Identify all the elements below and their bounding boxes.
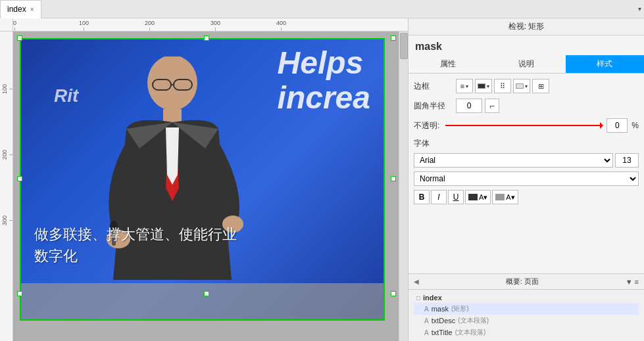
opacity-label: 不透明: [414,120,441,131]
handle-tr[interactable] [391,35,396,41]
handle-mr[interactable] [391,176,396,181]
border-style-btn[interactable]: ≡ [456,79,473,93]
italic-btn[interactable]: I [431,190,447,204]
ruler-tick-100: 100 [79,20,89,31]
svg-point-0 [147,57,197,110]
handle-tl[interactable] [17,35,22,41]
font-family-select[interactable]: Arial [414,153,613,168]
handle-tm[interactable] [204,35,209,41]
tree-area: □ index A mask (矩形) A txtDesc (文本段落) A [409,290,644,341]
font-row: 字体 [414,138,639,149]
right-panel: 检视: 矩形 mask 属性 说明 样式 边框 ≡ ⠿ [408,18,644,341]
ruler-tick-300: 300 [211,20,220,31]
tab-description[interactable]: 说明 [487,55,565,73]
canvas-with-ruler: 100 200 300 [0,32,408,341]
tree-sublabel-txtdesc: (文本段落) [458,316,489,325]
font-style-row: Normal [414,171,639,186]
border-fill-btn[interactable] [513,79,530,93]
main-area: 0 100 200 300 400 [0,18,644,341]
tree-txtdesc-icon: A [424,317,429,325]
tree-item-mask[interactable]: A mask (矩形) [414,303,639,315]
ruler-tick-200: 200 [145,20,155,31]
bottom-panel: ◀ 概要: 页面 ▼ ≡ □ index A mask (矩形) A [409,273,644,341]
tree-sublabel-mask: (矩形) [451,304,469,313]
outline-panel-title: 概要: 页面 [424,277,620,286]
ruler-tick-0: 0 [13,20,16,31]
tab-dropdown-icon[interactable]: ▾ [638,5,641,12]
handle-bm[interactable] [204,291,209,296]
photo-text-overlay: Helps increa [278,46,370,116]
panel-tabs: 属性 说明 样式 [409,55,644,74]
tab-bar: index × ▾ [0,0,644,18]
rit-text: Rit [54,85,78,106]
ruler-left-tick-100: 100 [1,84,12,94]
tree-txttitle-icon: A [424,329,429,336]
border-grid-btn[interactable]: ⊞ [532,79,549,93]
tree-item-txtdesc[interactable]: A txtDesc (文本段落) [414,315,639,327]
panel-header-label: 检视: 矩形 [508,21,545,32]
tree-label-mask: mask [432,305,449,313]
filter-icon[interactable]: ▼ ≡ [626,278,639,286]
ruler-left: 100 200 300 [0,32,13,341]
panel-header: 检视: 矩形 [409,18,644,35]
ruler-top-inner: 0 100 200 300 400 [13,18,408,31]
bottom-panel-header: ◀ 概要: 页面 ▼ ≡ [409,274,644,290]
border-controls: ≡ ⠿ ⊞ [456,79,549,93]
chinese-text: 做多联接、撑大管道、使能行业 数字化 [34,223,237,267]
tab-label: index [7,5,26,14]
handle-br[interactable] [391,291,396,296]
opacity-arrow-container [445,125,603,126]
tab-close-btn[interactable]: × [30,6,34,13]
canvas-scrollbar[interactable] [399,32,408,341]
tree-sublabel-txttitle: (文本段落) [455,328,486,337]
panel-title: mask [409,35,644,55]
panel-collapse-icon[interactable]: ◀ [414,278,419,285]
handle-ml[interactable] [17,176,22,181]
tab-style[interactable]: 样式 [566,55,644,73]
canvas-image[interactable]: Helps increa Rit 做多联接、撑大管道、使能行业 数字化 [20,38,385,321]
opacity-arrow-line [445,125,603,126]
opacity-row: 不透明: % [414,118,639,133]
tree-label-index: index [423,294,442,302]
tree-label-txttitle: txtTitle [432,329,453,336]
border-row: 边框 ≡ ⠿ ⊞ [414,79,639,93]
handle-bl[interactable] [17,291,22,296]
format-row: B I U A▾ A▾ [414,190,639,204]
canvas-area: 0 100 200 300 400 [0,18,408,341]
tree-mask-icon: A [424,306,429,313]
tab-index[interactable]: index × [0,0,41,18]
font-label: 字体 [414,138,441,149]
bold-btn[interactable]: B [414,190,430,204]
image-bottom-bar [21,283,384,319]
font-color-btn[interactable]: A▾ [465,190,491,204]
corner-radius-row: 圆角半径 ⌐ [414,99,639,113]
tree-label-txtdesc: txtDesc [432,317,456,325]
font-style-select[interactable]: Normal [414,171,639,186]
corner-radius-label: 圆角半径 [414,101,453,112]
tree-page-icon: □ [416,294,420,302]
ruler-tick-400: 400 [276,20,286,31]
font-family-row: Arial [414,153,639,168]
font-controls: Arial [414,153,639,168]
opacity-input[interactable] [607,118,628,133]
corner-icon-btn[interactable]: ⌐ [485,99,499,113]
underline-btn[interactable]: U [448,190,464,204]
highlight-color-btn[interactable]: A▾ [492,190,518,204]
panel-content: 边框 ≡ ⠿ ⊞ 圆角半径 ⌐ [409,74,644,273]
ruler-left-tick-300: 300 [1,216,12,225]
tree-item-txttitle[interactable]: A txtTitle (文本段落) [414,327,639,338]
ruler-top: 0 100 200 300 400 [0,18,408,32]
border-color-btn[interactable] [475,79,492,93]
border-dotted-btn[interactable]: ⠿ [494,79,511,93]
scrollbar-thumb[interactable] [400,33,408,59]
corner-radius-input[interactable] [456,99,482,113]
ruler-left-tick-200: 200 [1,150,12,160]
opacity-percent: % [632,121,639,130]
font-size-input[interactable] [615,153,639,168]
tab-properties[interactable]: 属性 [409,55,487,73]
border-label: 边框 [414,81,453,92]
canvas-content[interactable]: Helps increa Rit 做多联接、撑大管道、使能行业 数字化 [13,32,408,341]
tree-item-index[interactable]: □ index [414,292,639,303]
